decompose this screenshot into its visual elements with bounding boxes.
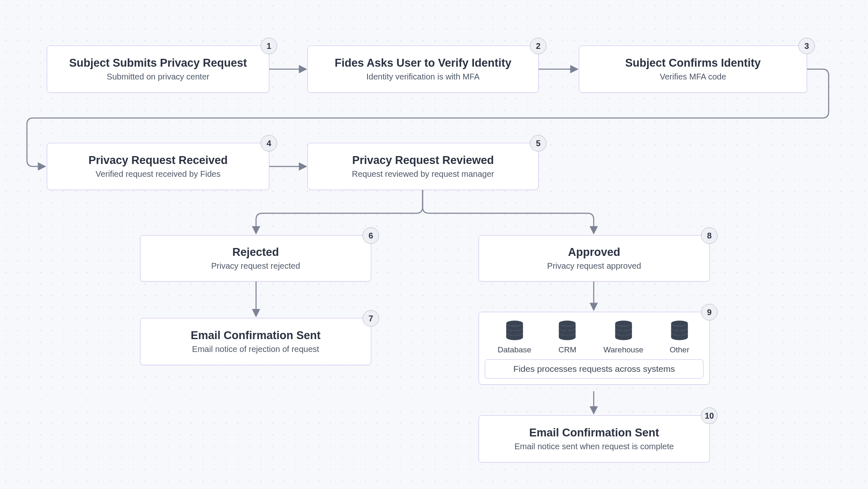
svg-point-7 (559, 320, 576, 326)
step-badge: 9 (701, 304, 718, 320)
node-subtitle: Verified request received by Fides (59, 169, 257, 179)
node-subtitle: Privacy request approved (491, 261, 698, 271)
step-badge: 7 (363, 310, 379, 327)
svg-point-8 (615, 320, 632, 326)
system-item: Other (668, 320, 691, 354)
database-icon (556, 320, 578, 342)
database-icon (612, 320, 635, 342)
node-title: Fides Asks User to Verify Identity (319, 57, 527, 70)
node-subtitle: Email notice sent when request is comple… (491, 442, 698, 451)
node-title: Approved (491, 246, 698, 259)
step-badge: 5 (530, 135, 546, 152)
node-title: Privacy Request Received (59, 154, 257, 167)
node-subtitle: Verifies MFA code (591, 72, 795, 82)
step-badge: 3 (798, 38, 815, 54)
systems-row: Database CRM Warehouse Other (479, 312, 709, 359)
node-request-reviewed: Privacy Request Reviewed Request reviewe… (307, 143, 539, 190)
svg-point-9 (671, 320, 688, 326)
node-submit-request: Subject Submits Privacy Request Submitte… (47, 46, 269, 93)
node-title: Email Confirmation Sent (152, 329, 359, 342)
systems-caption: Fides processes requests across systems (485, 359, 704, 378)
step-badge: 8 (701, 227, 718, 244)
node-request-received: Privacy Request Received Verified reques… (47, 143, 269, 190)
node-approved: Approved Privacy request approved 8 (479, 235, 710, 282)
node-subtitle: Request reviewed by request manager (319, 169, 527, 179)
node-subtitle: Identity verification is with MFA (319, 72, 527, 82)
system-label: Database (498, 345, 531, 354)
database-icon (503, 320, 526, 342)
node-title: Subject Submits Privacy Request (59, 57, 257, 70)
node-verify-identity: Fides Asks User to Verify Identity Ident… (307, 46, 539, 93)
system-item: CRM (556, 320, 578, 354)
node-title: Subject Confirms Identity (591, 57, 795, 70)
node-subtitle: Privacy request rejected (152, 261, 359, 271)
step-badge: 2 (530, 38, 546, 54)
node-completion-email: Email Confirmation Sent Email notice sen… (479, 415, 710, 463)
step-badge: 6 (363, 227, 379, 244)
system-item: Warehouse (603, 320, 643, 354)
system-label: Other (670, 345, 689, 354)
system-label: Warehouse (603, 345, 643, 354)
snode-confirm-identity: Subject Confirms Identity Verifies MFA c… (579, 46, 807, 93)
svg-point-6 (506, 320, 523, 326)
step-badge: 10 (701, 407, 718, 424)
node-title: Email Confirmation Sent (491, 426, 698, 439)
step-badge: 1 (261, 38, 277, 54)
node-process-systems: 9 Database CRM Warehouse Other Fides pro… (479, 312, 710, 385)
system-label: CRM (559, 345, 576, 354)
system-item: Database (498, 320, 531, 354)
node-subtitle: Email notice of rejection of request (152, 344, 359, 354)
step-badge: 4 (261, 135, 277, 152)
node-title: Rejected (152, 246, 359, 259)
database-icon (668, 320, 691, 342)
node-title: Privacy Request Reviewed (319, 154, 527, 167)
node-subtitle: Submitted on privacy center (59, 72, 257, 82)
node-rejected: Rejected Privacy request rejected 6 (140, 235, 371, 282)
node-rejection-email: Email Confirmation Sent Email notice of … (140, 318, 371, 365)
